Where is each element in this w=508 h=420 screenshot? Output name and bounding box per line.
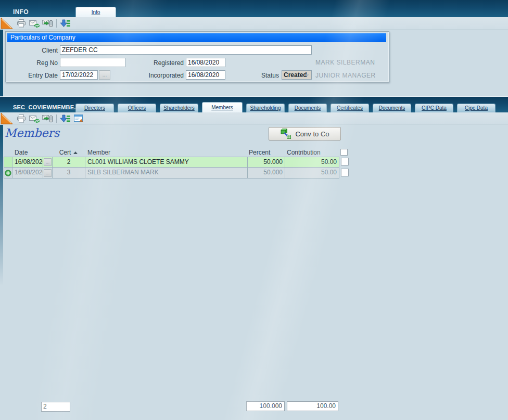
forward-mail-button[interactable] bbox=[42, 113, 53, 123]
section2-header-bar: SEC_COVIEWMEMBE... Directors Officers Sh… bbox=[0, 97, 508, 112]
record-count-box: 2 bbox=[41, 402, 70, 412]
convert-button-label: Conv to Co bbox=[295, 130, 329, 138]
send-receive-mail-button[interactable] bbox=[29, 113, 40, 123]
tab-directors[interactable]: Directors bbox=[75, 104, 114, 112]
sort-ascending-icon bbox=[73, 151, 78, 154]
cell-contribution[interactable]: 50.00 bbox=[285, 157, 339, 167]
status-label: Status bbox=[243, 72, 279, 79]
tab-shareholding[interactable]: Shareholding bbox=[246, 104, 285, 112]
date-picker-button[interactable]: ... bbox=[44, 169, 52, 177]
entry-date-picker-button[interactable]: ... bbox=[99, 70, 110, 80]
tab-cipc-data-1[interactable]: CIPC Data bbox=[415, 104, 453, 112]
tab-documents-1[interactable]: Documents bbox=[288, 104, 327, 112]
cell-cert[interactable]: 3 bbox=[53, 168, 85, 178]
section2-title: SEC_COVIEWMEMBE... bbox=[13, 104, 79, 110]
regno-label: Reg No bbox=[8, 59, 58, 67]
table-row[interactable]: 16/08/2020 ... 2 CL001 WILLIAMS CLOETE S… bbox=[4, 157, 349, 168]
members-grid: Date Cert Member Percent Contribution 16… bbox=[4, 148, 349, 179]
print-button[interactable] bbox=[16, 18, 27, 28]
registered-label: Registered bbox=[120, 59, 184, 67]
page-curl-icon bbox=[0, 112, 13, 124]
members-heading: Members bbox=[5, 126, 59, 139]
column-header-contribution[interactable]: Contribution bbox=[285, 149, 338, 156]
column-header-cert[interactable]: Cert bbox=[52, 149, 85, 156]
cell-contribution[interactable]: 50.00 bbox=[285, 168, 339, 178]
incorporated-field[interactable] bbox=[186, 70, 225, 80]
row-indicator-cell bbox=[4, 168, 12, 178]
incorporated-label: Incorporated bbox=[120, 72, 184, 79]
import-list-icon bbox=[60, 19, 71, 28]
entry-date-field[interactable] bbox=[60, 70, 98, 80]
chevron-down-icon bbox=[305, 74, 309, 77]
toolbar-separator bbox=[56, 114, 57, 123]
window-title-info: INFO bbox=[13, 8, 29, 16]
forward-mail-button[interactable] bbox=[42, 18, 53, 28]
top-header-bar: INFO Info bbox=[0, 0, 508, 17]
grid-header-row: Date Cert Member Percent Contribution bbox=[4, 148, 349, 157]
panel-title: Particulars of Company bbox=[7, 33, 386, 42]
convert-icon bbox=[280, 128, 291, 139]
page-left-edge bbox=[0, 17, 3, 309]
tab-cipc-data-2[interactable]: Cipc Data bbox=[457, 104, 496, 112]
mail-sync-icon bbox=[29, 19, 40, 28]
column-header-member[interactable]: Member bbox=[85, 149, 247, 156]
date-picker-button[interactable]: ... bbox=[44, 158, 52, 166]
tab-officers[interactable]: Officers bbox=[118, 104, 156, 112]
top-tabstrip: Info bbox=[75, 7, 116, 17]
toolbar-separator bbox=[56, 19, 57, 28]
cert-header-label: Cert bbox=[59, 149, 71, 156]
mail-sync-icon bbox=[29, 114, 40, 123]
row-indicator-cell bbox=[4, 157, 12, 167]
cell-percent[interactable]: 50.000 bbox=[248, 157, 285, 167]
table-row[interactable]: 16/08/2020 ... 3 SILB SILBERMAN MARK 50.… bbox=[4, 168, 349, 179]
tab-members[interactable]: Members bbox=[202, 102, 243, 112]
contribution-total-box: 100.00 bbox=[287, 401, 338, 411]
status-value: Created bbox=[284, 71, 307, 79]
regno-field[interactable] bbox=[60, 58, 125, 67]
particulars-panel: Particulars of Company Client Reg No Reg… bbox=[5, 31, 389, 82]
convert-to-company-button[interactable]: Conv to Co bbox=[269, 127, 341, 141]
form-window-icon bbox=[74, 114, 84, 122]
cell-cert[interactable]: 2 bbox=[53, 157, 85, 167]
toolbar-members bbox=[0, 112, 508, 125]
tab-documents-2[interactable]: Documents bbox=[373, 104, 411, 112]
client-field[interactable] bbox=[60, 45, 312, 55]
print-button[interactable] bbox=[16, 113, 27, 123]
row-checkbox[interactable] bbox=[341, 169, 349, 176]
percent-total-box: 100.000 bbox=[246, 401, 285, 411]
import-list-icon bbox=[60, 114, 71, 123]
column-header-date[interactable]: Date bbox=[12, 149, 52, 156]
cell-date[interactable]: 16/08/2020 bbox=[12, 157, 43, 167]
column-header-percent[interactable]: Percent bbox=[247, 149, 285, 156]
entry-date-label: Entry Date bbox=[8, 72, 58, 79]
open-form-button[interactable] bbox=[73, 113, 84, 123]
section2-tabstrip: Directors Officers Shareholders Members … bbox=[75, 102, 496, 112]
mail-forward-icon bbox=[42, 19, 53, 28]
tab-shareholders[interactable]: Shareholders bbox=[160, 104, 198, 112]
manager-title: JUNIOR MANAGER bbox=[315, 72, 376, 79]
page-curl-icon bbox=[0, 17, 13, 29]
manager-name: MARK SILBERMAN bbox=[315, 59, 375, 66]
printer-icon bbox=[17, 19, 26, 28]
import-button[interactable] bbox=[60, 113, 71, 123]
registered-field[interactable] bbox=[186, 58, 225, 67]
cell-member[interactable]: SILB SILBERMAN MARK bbox=[85, 168, 248, 178]
row-checkbox[interactable] bbox=[341, 158, 349, 166]
send-receive-mail-button[interactable] bbox=[29, 18, 40, 28]
toolbar-top bbox=[0, 17, 508, 30]
tab-info[interactable]: Info bbox=[75, 7, 116, 17]
status-dropdown[interactable]: Created bbox=[282, 70, 312, 80]
tab-certificates[interactable]: Certificates bbox=[331, 104, 369, 112]
checkbox-column-header[interactable] bbox=[340, 149, 348, 156]
cell-member[interactable]: CL001 WILLIAMS CLOETE SAMMY bbox=[85, 157, 248, 167]
printer-icon bbox=[17, 114, 26, 123]
cell-date[interactable]: 16/08/2020 bbox=[12, 168, 43, 178]
add-row-plus-icon[interactable] bbox=[5, 170, 11, 176]
mail-forward-icon bbox=[42, 114, 53, 123]
client-label: Client bbox=[8, 47, 58, 54]
import-button[interactable] bbox=[60, 18, 71, 28]
cell-percent[interactable]: 50.000 bbox=[248, 168, 285, 178]
